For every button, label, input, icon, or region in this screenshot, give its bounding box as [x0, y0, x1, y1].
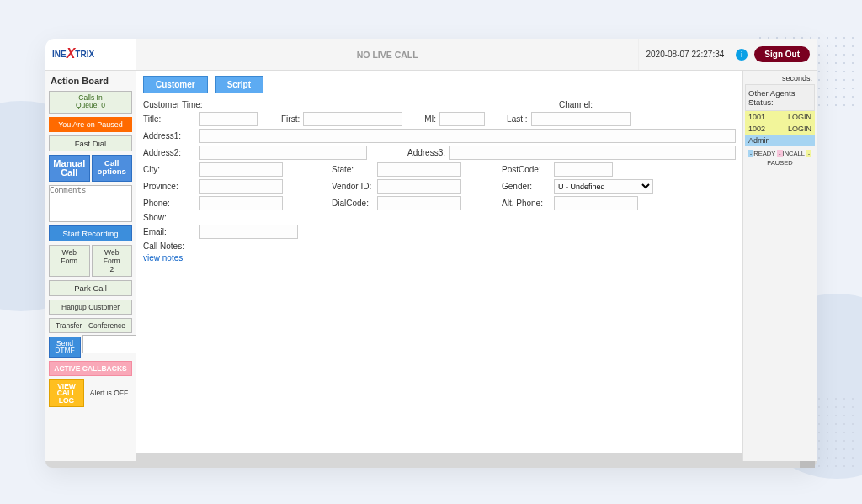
- city-label: City:: [143, 165, 195, 174]
- address3-label: Address3:: [407, 148, 445, 157]
- action-board-title: Action Board: [49, 72, 132, 89]
- window-scrollbar[interactable]: [45, 461, 817, 468]
- mi-label: MI:: [424, 114, 436, 124]
- altphone-label: Alt. Phone:: [502, 199, 551, 208]
- transfer-conference-button[interactable]: Transfer - Conference: [49, 318, 132, 333]
- province-label: Province:: [143, 182, 195, 191]
- sign-out-button[interactable]: Sign Out: [754, 46, 810, 62]
- altphone-input[interactable]: [554, 196, 638, 210]
- start-recording-button[interactable]: Start Recording: [49, 225, 132, 241]
- manual-call-button[interactable]: Manual Call: [49, 155, 90, 182]
- dialcode-label: DialCode:: [332, 199, 374, 208]
- state-input[interactable]: [377, 162, 461, 177]
- phone-label: Phone:: [143, 199, 195, 208]
- call-options-button[interactable]: Call options: [92, 155, 133, 182]
- title-input[interactable]: [199, 112, 258, 126]
- agent-row: Admin: [745, 135, 815, 146]
- content-scrollbar[interactable]: [136, 453, 742, 461]
- agent-id: 1001: [748, 113, 765, 121]
- view-call-log-button[interactable]: VIEW CALL LOG: [49, 379, 84, 408]
- email-label: Email:: [143, 227, 195, 236]
- email-input[interactable]: [199, 225, 298, 239]
- fast-dial-button[interactable]: Fast Dial: [49, 135, 132, 151]
- channel-label: Channel:: [559, 100, 593, 109]
- phone-input[interactable]: [199, 196, 283, 210]
- tab-script[interactable]: Script: [215, 76, 263, 93]
- send-dtmf-button[interactable]: Send DTMF: [49, 337, 81, 358]
- postcode-input[interactable]: [554, 162, 613, 177]
- address1-input[interactable]: [199, 129, 736, 143]
- city-input[interactable]: [199, 162, 283, 177]
- alert-status: Alert is OFF: [86, 378, 132, 410]
- address2-input[interactable]: [199, 146, 367, 160]
- logo-pre: INE: [52, 50, 67, 59]
- gender-select[interactable]: U - Undefined: [554, 179, 653, 194]
- first-label: First:: [281, 114, 300, 124]
- agent-row: 1002 LOGIN: [745, 123, 815, 135]
- agent-status: LOGIN: [788, 125, 811, 133]
- customer-time-label: Customer Time:: [143, 100, 214, 109]
- address3-input[interactable]: [449, 146, 736, 160]
- comments-input[interactable]: [49, 185, 132, 222]
- right-panel: seconds: Other Agents Status: 1001 LOGIN…: [742, 71, 817, 461]
- status-legend: -READY -INCALL -PAUSED: [745, 150, 815, 167]
- province-input[interactable]: [199, 179, 283, 194]
- logo: INE X TRIX: [45, 47, 136, 62]
- park-call-button[interactable]: Park Call: [49, 280, 132, 296]
- mi-input[interactable]: [439, 112, 485, 126]
- gender-label: Gender:: [502, 182, 551, 191]
- legend-paused: -: [806, 150, 812, 157]
- active-callbacks-button[interactable]: ACTIVE CALLBACKS: [49, 361, 132, 376]
- topbar: INE X TRIX NO LIVE CALL 2020-08-07 22:27…: [45, 39, 817, 71]
- action-board: Action Board Calls In Queue: 0 You Are o…: [45, 71, 136, 461]
- vendor-label: Vendor ID:: [332, 182, 374, 191]
- calls-in-queue[interactable]: Calls In Queue: 0: [49, 91, 132, 114]
- title-label: Title:: [143, 114, 195, 124]
- agent-status: LOGIN: [788, 113, 811, 121]
- logo-x: X: [67, 46, 76, 61]
- call-status: NO LIVE CALL: [136, 39, 638, 70]
- other-agents-heading: Other Agents Status:: [745, 84, 815, 111]
- vendor-input[interactable]: [377, 179, 461, 194]
- main-content: Customer Script Customer Time: Channel: …: [136, 71, 742, 461]
- dialcode-input[interactable]: [377, 196, 461, 210]
- web-form-2-button[interactable]: Web Form 2: [92, 245, 133, 277]
- state-label: State:: [332, 165, 374, 174]
- timestamp: 2020-08-07 22:27:34: [646, 50, 724, 59]
- agent-row: 1001 LOGIN: [745, 111, 815, 123]
- last-input[interactable]: [531, 112, 631, 126]
- agent-id: Admin: [748, 136, 770, 145]
- view-notes-link[interactable]: view notes: [143, 253, 183, 263]
- logo-post: TRIX: [75, 50, 94, 59]
- address1-label: Address1:: [143, 131, 195, 141]
- agent-id: 1002: [748, 125, 765, 133]
- hangup-button[interactable]: Hangup Customer: [49, 300, 132, 315]
- seconds-label: seconds:: [745, 72, 815, 84]
- paused-status[interactable]: You Are on Paused: [49, 117, 132, 132]
- address2-label: Address2:: [143, 148, 195, 157]
- app-window: INE X TRIX NO LIVE CALL 2020-08-07 22:27…: [45, 39, 817, 468]
- callnotes-label: Call Notes:: [143, 241, 195, 251]
- postcode-label: PostCode:: [502, 165, 551, 174]
- web-form-button[interactable]: Web Form: [49, 245, 90, 277]
- info-icon[interactable]: i: [736, 49, 748, 61]
- first-input[interactable]: [303, 112, 402, 126]
- last-label: Last :: [507, 114, 527, 124]
- tab-customer[interactable]: Customer: [143, 76, 208, 93]
- show-label: Show:: [143, 213, 195, 222]
